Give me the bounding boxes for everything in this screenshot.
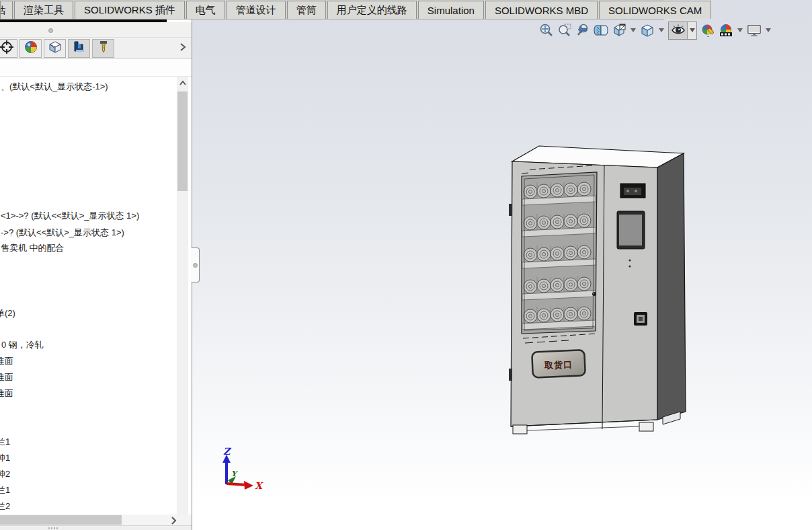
panel-tabs-expand-chevron[interactable] bbox=[179, 42, 186, 54]
tree-item-flange-1[interactable]: 兰1 bbox=[0, 436, 10, 447]
vertical-scroll-thumb[interactable] bbox=[177, 91, 188, 191]
tree-item-component-1[interactable]: <1>->? (默认<<默认>_显示状态 1>) bbox=[1, 210, 139, 221]
edit-appearance-icon[interactable] bbox=[700, 23, 715, 38]
tab-solidworks-addins[interactable]: SOLIDWORKS 插件 bbox=[75, 1, 185, 19]
feature-manager-panel: 、(默认<默认_显示状态-1>) <1>->? (默认<<默认>_显示状态 1>… bbox=[0, 20, 192, 530]
featuremanager-tree: 、(默认<默认_显示状态-1>) <1>->? (默认<<默认>_显示状态 1>… bbox=[0, 77, 177, 519]
appearance-ball-icon bbox=[24, 40, 38, 57]
commandmanager-grip[interactable] bbox=[48, 28, 53, 33]
propertymanager-tab[interactable] bbox=[0, 39, 17, 58]
zoom-to-area-icon[interactable] bbox=[557, 23, 572, 38]
graphics-viewport[interactable]: 取货口 Z Y bbox=[192, 0, 812, 530]
cam-operation-tab[interactable] bbox=[92, 39, 114, 58]
tree-item-material[interactable]: 0 钢，冷轧 bbox=[1, 339, 44, 350]
tab-render-tools[interactable]: 渲染工具 bbox=[14, 1, 73, 19]
zoom-to-fit-icon[interactable] bbox=[539, 23, 554, 38]
section-view-icon[interactable] bbox=[594, 23, 608, 38]
panel-header-gap bbox=[0, 59, 192, 77]
cam-feature-tab[interactable] bbox=[68, 39, 90, 58]
view-settings-dropdown[interactable] bbox=[765, 23, 772, 38]
tree-item-front-plane[interactable]: 准面 bbox=[0, 355, 13, 367]
tab-solidworks-cam[interactable]: SOLIDWORKS CAM bbox=[599, 1, 711, 19]
tree-item-top-plane[interactable]: 准面 bbox=[0, 371, 13, 383]
apply-scene-dropdown[interactable] bbox=[737, 23, 743, 38]
tree-horizontal-scrollbar[interactable] bbox=[0, 515, 192, 525]
vending-machine-model: 取货口 bbox=[491, 131, 699, 447]
view-settings-monitor-icon[interactable] bbox=[747, 23, 762, 38]
panel-tab-strip bbox=[0, 38, 192, 59]
configuration-box-icon bbox=[48, 40, 63, 57]
heads-up-view-toolbar bbox=[539, 21, 772, 40]
displaymanager-tab[interactable] bbox=[19, 39, 42, 58]
cam-machine-icon bbox=[72, 40, 87, 57]
tree-item-extrude-1[interactable]: 伸1 bbox=[0, 452, 10, 463]
commandmanager-tab-bar: 估 渲染工具 SOLIDWORKS 插件 电气 管道设计 管筒 用户定义的线路 … bbox=[0, 0, 664, 20]
apply-scene-icon[interactable] bbox=[719, 23, 733, 38]
cam-tool-icon bbox=[96, 40, 111, 57]
hide-show-items-dropdown[interactable] bbox=[687, 22, 696, 39]
view-orientation-dropdown[interactable] bbox=[658, 23, 665, 38]
scroll-up-arrow[interactable] bbox=[177, 77, 188, 89]
tree-item-assembly-root[interactable]: 、(默认<默认_显示状态-1>) bbox=[1, 81, 108, 92]
panel-bottom-strip bbox=[0, 525, 192, 530]
collapsed-commandmanager-strip bbox=[0, 22, 192, 38]
tab-simulation[interactable]: Simulation bbox=[418, 1, 484, 19]
door-lock bbox=[592, 292, 596, 296]
configurationmanager-tab[interactable] bbox=[44, 39, 66, 58]
previous-view-icon[interactable] bbox=[575, 23, 590, 38]
pickup-port-label: 取货口 bbox=[544, 359, 573, 371]
tree-vertical-scrollbar[interactable] bbox=[177, 77, 188, 530]
dynamic-annotation-views-icon[interactable] bbox=[612, 23, 626, 38]
coordinate-triad: Z Y X bbox=[218, 444, 266, 491]
triad-z-label: Z bbox=[223, 446, 232, 457]
machine-side-face bbox=[657, 153, 686, 420]
tab-solidworks-mbd[interactable]: SOLIDWORKS MBD bbox=[485, 1, 598, 19]
crosshair-icon bbox=[3, 40, 14, 57]
tree-item-cutlist-folder[interactable]: 单(2) bbox=[0, 307, 15, 319]
view-orientation-cube-icon[interactable] bbox=[640, 23, 655, 38]
tree-item-extrude-2[interactable]: 伸2 bbox=[0, 468, 10, 480]
eye-icon bbox=[669, 22, 687, 39]
tree-item-edge-flange-2[interactable]: 兰2 bbox=[0, 500, 10, 512]
tab-tubing[interactable]: 管筒 bbox=[287, 1, 326, 19]
horizontal-scroll-thumb[interactable] bbox=[0, 515, 122, 525]
hide-show-items-button[interactable] bbox=[668, 22, 697, 40]
solidworks-window: 取货口 Z Y bbox=[0, 0, 812, 530]
tree-item-edge-flange-1[interactable]: 兰1 bbox=[0, 484, 10, 496]
tab-electrical[interactable]: 电气 bbox=[186, 1, 225, 19]
tree-item-mates-folder[interactable]: 售卖机 中的配合 bbox=[1, 242, 65, 254]
annotation-views-dropdown[interactable] bbox=[630, 23, 637, 38]
flyout-grip-dot bbox=[193, 263, 198, 268]
tab-user-defined-routes[interactable]: 用户定义的线路 bbox=[327, 1, 417, 19]
panel-resize-grip[interactable] bbox=[48, 527, 58, 529]
tab-piping[interactable]: 管道设计 bbox=[227, 1, 286, 19]
tab-evaluate-partial[interactable]: 估 bbox=[0, 1, 13, 19]
triad-x-label: X bbox=[255, 480, 263, 491]
tree-item-component-2[interactable]: ->? (默认<<默认>_显示状态 1>) bbox=[1, 227, 124, 238]
tree-item-right-plane[interactable]: 准面 bbox=[0, 387, 13, 399]
panel-flyout-handle[interactable] bbox=[191, 248, 200, 282]
